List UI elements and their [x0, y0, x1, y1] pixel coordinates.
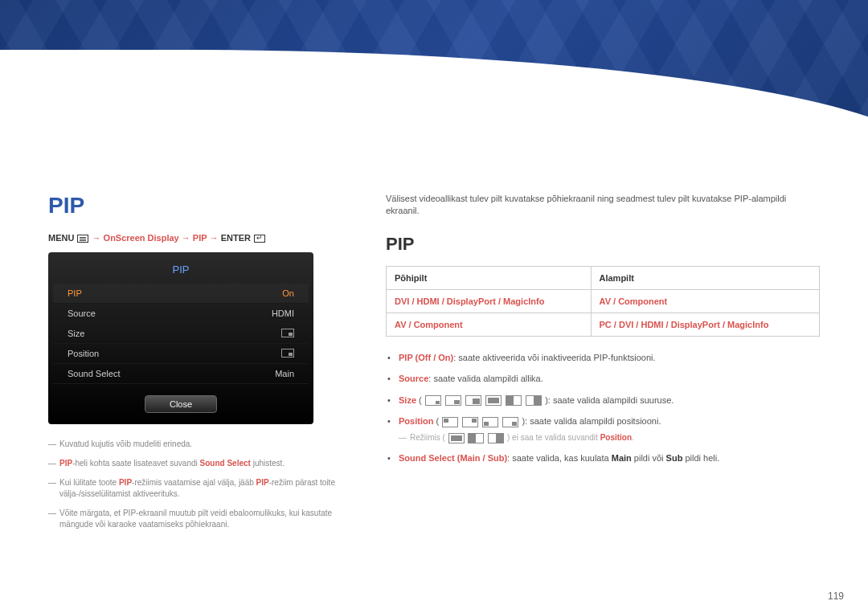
- note-text: -režiimis vaatamise ajal välja, jääb: [132, 478, 256, 487]
- mode-icon: [468, 433, 484, 443]
- header-band: OnScreen Display: [0, 0, 868, 161]
- pos-icon-tr: [462, 417, 478, 427]
- note-3: Kui lülitate toote PIP-režiimis vaatamis…: [48, 477, 354, 500]
- list-item: PIP (Off / On): saate aktiveerida või in…: [386, 351, 820, 365]
- list-item: Size ( ): saate valida alampildi suuruse…: [386, 394, 820, 407]
- list-item: Source: saate valida alampildi allika.: [386, 372, 820, 386]
- table-header-row: Põhipilt Alampilt: [387, 266, 820, 289]
- footnotes: Kuvatud kujutis võib mudeliti erineda. P…: [48, 439, 354, 530]
- crumb-enter: ENTER: [221, 233, 251, 243]
- subnote-text: Režiimis (: [410, 433, 445, 442]
- list-item: Sound Select (Main / Sub): saate valida,…: [386, 452, 820, 465]
- osd-row-source[interactable]: Source HDMI: [53, 304, 309, 324]
- breadcrumb: MENU → OnScreen Display → PIP → ENTER: [48, 233, 354, 243]
- subnote-key: Position: [600, 433, 632, 442]
- table-row: AV / Component PC / DVI / HDMI / Display…: [387, 313, 820, 336]
- pos-icon-bl: [482, 417, 498, 427]
- right-column: Välisest videoallikast tulev pilt kuvata…: [386, 193, 820, 538]
- intro-text: Välisest videoallikast tulev pilt kuvata…: [386, 193, 820, 218]
- bullet-text: : saate valida, kas kuulata: [507, 453, 612, 463]
- size-icon-m: [445, 395, 461, 406]
- th-sub: Alampilt: [591, 266, 820, 289]
- osd-row-size[interactable]: Size: [53, 324, 309, 344]
- td: DVI / HDMI / DisplayPort / MagicInfo: [387, 289, 592, 313]
- th-main: Põhipilt: [387, 266, 592, 289]
- crumb-menu: MENU: [48, 233, 74, 243]
- note-red: PIP: [59, 459, 72, 468]
- osd-panel: PIP PIP On Source HDMI Size Position Sou…: [48, 252, 313, 424]
- size-icon-full: [485, 395, 502, 406]
- osd-label: Position: [68, 349, 99, 358]
- bullet-bold: Sub: [666, 453, 683, 463]
- close-button[interactable]: Close: [145, 395, 217, 413]
- section-title-pip: PIP: [48, 193, 354, 219]
- bullet-key: Position: [399, 416, 433, 426]
- td: PC / DVI / HDMI / DisplayPort / MagicInf…: [591, 313, 820, 336]
- sub-note: Režiimis ( ) ei saa te valida suvandit P…: [386, 433, 820, 443]
- pos-icon-tl: [442, 417, 458, 427]
- crumb-pip: PIP: [193, 233, 207, 243]
- td: AV / Component: [591, 289, 820, 313]
- crumb-arrow3: →: [210, 233, 221, 243]
- crumb-osd: OnScreen Display: [104, 233, 179, 243]
- content-area: PIP MENU → OnScreen Display → PIP → ENTE…: [0, 161, 868, 538]
- bullet-text: pildi või: [632, 453, 666, 463]
- table-row: DVI / HDMI / DisplayPort / MagicInfo AV …: [387, 289, 820, 313]
- enter-icon: [254, 235, 265, 243]
- osd-label: Size: [68, 329, 84, 338]
- subnote-text: ) ei saa te valida suvandit: [507, 433, 600, 442]
- bullet-text: : saate valida alampildi suuruse.: [548, 395, 674, 405]
- bullet-paren: (Main / Sub): [455, 453, 507, 463]
- page-number: 119: [828, 591, 844, 602]
- size-icon-half-l: [506, 395, 522, 406]
- osd-label: Sound Select: [68, 369, 120, 378]
- bullet-text: : saate aktiveerida või inaktiveerida PI…: [453, 353, 655, 362]
- position-icon: [281, 349, 294, 358]
- note-text: -heli kohta saate lisateavet suvandi: [72, 459, 199, 468]
- osd-label: PIP: [68, 288, 82, 298]
- osd-row-sound[interactable]: Sound Select Main: [53, 364, 309, 384]
- size-icon-l: [465, 395, 481, 406]
- note-2: PIP-heli kohta saate lisateavet suvandi …: [48, 458, 354, 469]
- size-icon-half-r: [526, 395, 542, 406]
- bullet-key: Source: [399, 374, 428, 383]
- td: AV / Component: [387, 313, 592, 336]
- note-4: Võite märgata, et PIP-ekraanil muutub pi…: [48, 508, 354, 530]
- modes-table: Põhipilt Alampilt DVI / HDMI / DisplayPo…: [386, 266, 820, 337]
- left-column: PIP MENU → OnScreen Display → PIP → ENTE…: [48, 193, 354, 538]
- crumb-arrow2: →: [182, 233, 193, 243]
- bullet-list: PIP (Off / On): saate aktiveerida või in…: [386, 351, 820, 428]
- bullet-text: pildi heli.: [682, 453, 719, 463]
- bullet-paren: (Off / On): [413, 353, 454, 362]
- osd-value: HDMI: [272, 309, 294, 318]
- size-icon-s: [425, 395, 441, 406]
- osd-row-position[interactable]: Position: [53, 344, 309, 364]
- bullet-text: : saate valida alampildi allika.: [428, 374, 542, 383]
- pos-icon-br: [502, 417, 518, 427]
- bullet-key: PIP: [399, 353, 413, 362]
- crumb-arrow1: →: [92, 233, 104, 243]
- osd-panel-title: PIP: [53, 257, 309, 284]
- note-red: PIP: [119, 478, 132, 487]
- menu-icon: [77, 235, 88, 243]
- mode-icon: [488, 433, 504, 443]
- note-red: Sound Select: [200, 459, 251, 468]
- size-icon: [281, 329, 294, 337]
- bullet-text: : saate valida alampildi positsiooni.: [525, 416, 661, 426]
- note-1: Kuvatud kujutis võib mudeliti erineda.: [48, 439, 354, 450]
- note-text: Kui lülitate toote: [59, 478, 119, 487]
- bullet-list-2: Sound Select (Main / Sub): saate valida,…: [386, 452, 820, 465]
- osd-row-pip[interactable]: PIP On: [53, 284, 309, 304]
- sub-title-pip: PIP: [386, 234, 820, 255]
- list-item: Position ( ): saate valida alampildi pos…: [386, 415, 820, 428]
- mode-icon: [448, 433, 465, 443]
- bullet-key: Sound Select: [399, 453, 455, 463]
- note-text: juhistest.: [251, 459, 285, 468]
- note-red: PIP: [256, 478, 269, 487]
- header-curve: [0, 50, 868, 161]
- bullet-bold: Main: [612, 453, 632, 463]
- osd-label: Source: [68, 309, 96, 318]
- bullet-key: Size: [399, 395, 416, 405]
- osd-value: Main: [275, 369, 294, 378]
- osd-value: On: [282, 288, 294, 298]
